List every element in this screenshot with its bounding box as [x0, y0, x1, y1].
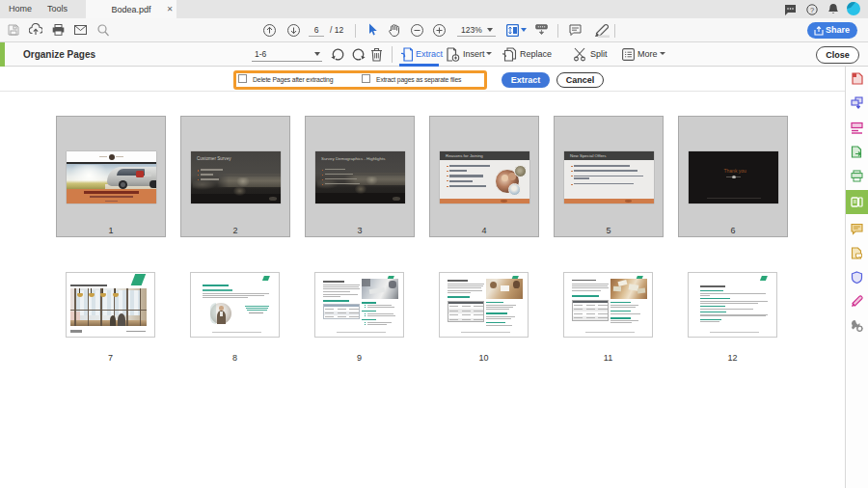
svg-text:?: ?: [810, 6, 814, 14]
